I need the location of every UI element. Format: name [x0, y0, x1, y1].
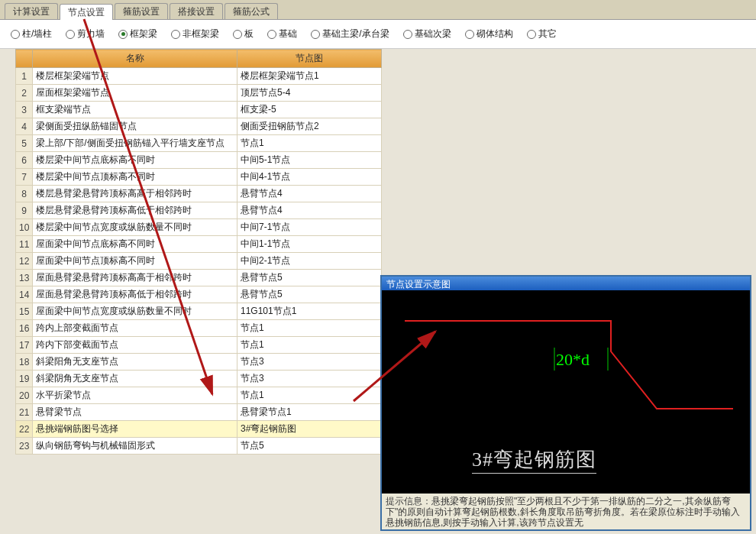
- table-row[interactable]: 22悬挑端钢筋图号选择3#弯起钢筋图: [16, 421, 382, 438]
- table-row[interactable]: 14屋面悬臂梁悬臂跨顶标高低于相邻跨时悬臂节点5: [16, 286, 382, 303]
- row-number: 7: [16, 169, 33, 186]
- table-row[interactable]: 10楼层梁中间节点宽度或纵筋数量不同时中间7-1节点: [16, 219, 382, 236]
- table-row[interactable]: 11屋面梁中间节点底标高不同时中间1-1节点: [16, 236, 382, 253]
- row-name-cell: 楼层悬臂梁悬臂跨顶标高高于相邻跨时: [33, 186, 237, 202]
- table-row[interactable]: 8楼层悬臂梁悬臂跨顶标高高于相邻跨时悬臂节点4: [16, 186, 382, 202]
- row-diagram-cell: 侧面受扭钢筋节点2: [237, 118, 382, 135]
- radio-9[interactable]: 其它: [527, 28, 557, 40]
- col-diagram-header: 节点图: [237, 50, 382, 68]
- tab-2[interactable]: 箍筋设置: [115, 3, 168, 19]
- radio-1[interactable]: 剪力墙: [66, 28, 105, 40]
- table-row[interactable]: 17跨内下部变截面节点节点1: [16, 337, 382, 354]
- row-name-cell: 屋面梁中间节点顶标高不同时: [33, 253, 237, 270]
- row-number: 16: [16, 320, 33, 337]
- table-row[interactable]: 16跨内上部变截面节点节点1: [16, 320, 382, 337]
- table-row[interactable]: 6楼层梁中间节点底标高不同时中间5-1节点: [16, 152, 382, 169]
- table-row[interactable]: 23纵向钢筋弯钩与机械锚固形式节点5: [16, 438, 382, 455]
- radio-dot-icon: [311, 30, 320, 39]
- row-diagram-cell: 节点3: [237, 371, 382, 387]
- row-diagram-cell: 顶层节点5-4: [237, 85, 382, 102]
- col-num-header: [16, 50, 33, 68]
- row-number: 12: [16, 253, 33, 270]
- radio-label: 柱/墙柱: [22, 28, 52, 40]
- radio-dot-icon: [403, 30, 412, 39]
- row-number: 10: [16, 219, 33, 236]
- radio-dot-icon: [118, 30, 128, 39]
- type-radio-row: 柱/墙柱剪力墙框架梁非框架梁板基础基础主梁/承台梁基础次梁砌体结构其它: [0, 20, 756, 49]
- radio-5[interactable]: 基础: [267, 28, 297, 40]
- radio-dot-icon: [233, 30, 242, 39]
- table-row[interactable]: 2屋面框架梁端节点顶层节点5-4: [16, 85, 382, 102]
- row-name-cell: 楼层梁中间节点顶标高不同时: [33, 169, 237, 186]
- row-diagram-cell: 楼层框架梁端节点1: [237, 68, 382, 85]
- row-number: 18: [16, 354, 33, 371]
- table-row[interactable]: 18斜梁阳角无支座节点节点3: [16, 354, 382, 371]
- table-row[interactable]: 3框支梁端节点框支梁-5: [16, 102, 382, 118]
- row-number: 2: [16, 85, 33, 102]
- row-name-cell: 楼层梁中间节点底标高不同时: [33, 152, 237, 169]
- radio-2[interactable]: 框架梁: [118, 28, 157, 40]
- radio-8[interactable]: 砌体结构: [465, 28, 513, 40]
- row-number: 8: [16, 186, 33, 202]
- preview-info: 提示信息：悬挑梁弯起钢筋按照"至少两根且不少于第一排纵筋的二分之一,其余纵筋弯下…: [382, 494, 750, 527]
- preview-title: 节点设置示意图: [382, 277, 750, 290]
- radio-0[interactable]: 柱/墙柱: [11, 28, 52, 40]
- row-number: 22: [16, 421, 33, 438]
- radio-label: 板: [244, 28, 254, 40]
- radio-label: 基础主梁/承台梁: [322, 28, 389, 40]
- row-name-cell: 悬臂梁节点: [33, 404, 237, 421]
- tab-bar: 计算设置节点设置箍筋设置搭接设置箍筋公式: [0, 0, 756, 20]
- radio-label: 非框架梁: [183, 28, 219, 40]
- table-row[interactable]: 15屋面梁中间节点宽度或纵筋数量不同时11G101节点1: [16, 303, 382, 320]
- radio-6[interactable]: 基础主梁/承台梁: [311, 28, 389, 40]
- row-number: 13: [16, 270, 33, 286]
- radio-3[interactable]: 非框架梁: [171, 28, 219, 40]
- row-diagram-cell: 框支梁-5: [237, 102, 382, 118]
- row-name-cell: 跨内上部变截面节点: [33, 320, 237, 337]
- row-number: 17: [16, 337, 33, 354]
- row-diagram-cell: 节点5: [237, 438, 382, 455]
- radio-4[interactable]: 板: [233, 28, 254, 40]
- preview-canvas: 20*d 3#弯起钢筋图: [382, 290, 750, 494]
- radio-label: 框架梁: [130, 28, 157, 40]
- table-row[interactable]: 12屋面梁中间节点顶标高不同时中间2-1节点: [16, 253, 382, 270]
- table-row[interactable]: 7楼层梁中间节点顶标高不同时中间4-1节点: [16, 169, 382, 186]
- row-name-cell: 斜梁阴角无支座节点: [33, 371, 237, 387]
- table-row[interactable]: 1楼层框架梁端节点楼层框架梁端节点1: [16, 68, 382, 85]
- row-diagram-cell: 3#弯起钢筋图: [237, 421, 382, 438]
- table-row[interactable]: 9楼层悬臂梁悬臂跨顶标高低于相邻跨时悬臂节点4: [16, 202, 382, 219]
- radio-label: 剪力墙: [77, 28, 105, 40]
- row-name-cell: 梁上部/下部/侧面受扭钢筋锚入平行墙支座节点: [33, 135, 237, 152]
- table-row[interactable]: 13屋面悬臂梁悬臂跨顶标高高于相邻跨时悬臂节点5: [16, 270, 382, 286]
- tab-3[interactable]: 搭接设置: [170, 3, 223, 19]
- row-diagram-cell: 悬臂节点5: [237, 286, 382, 303]
- radio-dot-icon: [171, 30, 180, 39]
- radio-dot-icon: [465, 30, 474, 39]
- row-number: 11: [16, 236, 33, 253]
- node-table[interactable]: 名称 节点图 1楼层框架梁端节点楼层框架梁端节点12屋面框架梁端节点顶层节点5-…: [15, 49, 382, 455]
- row-name-cell: 水平折梁节点: [33, 387, 237, 404]
- row-number: 6: [16, 152, 33, 169]
- radio-dot-icon: [267, 30, 276, 39]
- table-row[interactable]: 19斜梁阴角无支座节点节点3: [16, 371, 382, 387]
- row-diagram-cell: 悬臂节点4: [237, 202, 382, 219]
- tab-1[interactable]: 节点设置: [60, 4, 113, 20]
- table-row[interactable]: 20水平折梁节点节点1: [16, 387, 382, 404]
- row-diagram-cell: 中间5-1节点: [237, 152, 382, 169]
- col-name-header: 名称: [33, 50, 237, 68]
- row-name-cell: 楼层梁中间节点宽度或纵筋数量不同时: [33, 219, 237, 236]
- table-row[interactable]: 5梁上部/下部/侧面受扭钢筋锚入平行墙支座节点节点1: [16, 135, 382, 152]
- row-diagram-cell: 悬臂梁节点1: [237, 404, 382, 421]
- tab-0[interactable]: 计算设置: [5, 3, 58, 19]
- table-row[interactable]: 21悬臂梁节点悬臂梁节点1: [16, 404, 382, 421]
- radio-label: 其它: [538, 28, 557, 40]
- table-row[interactable]: 4梁侧面受扭纵筋锚固节点侧面受扭钢筋节点2: [16, 118, 382, 135]
- radio-7[interactable]: 基础次梁: [403, 28, 451, 40]
- radio-dot-icon: [527, 30, 536, 39]
- row-name-cell: 楼层框架梁端节点: [33, 68, 237, 85]
- tab-4[interactable]: 箍筋公式: [225, 3, 278, 19]
- row-number: 4: [16, 118, 33, 135]
- row-diagram-cell: 11G101节点1: [237, 303, 382, 320]
- row-number: 1: [16, 68, 33, 85]
- row-diagram-cell: 中间1-1节点: [237, 236, 382, 253]
